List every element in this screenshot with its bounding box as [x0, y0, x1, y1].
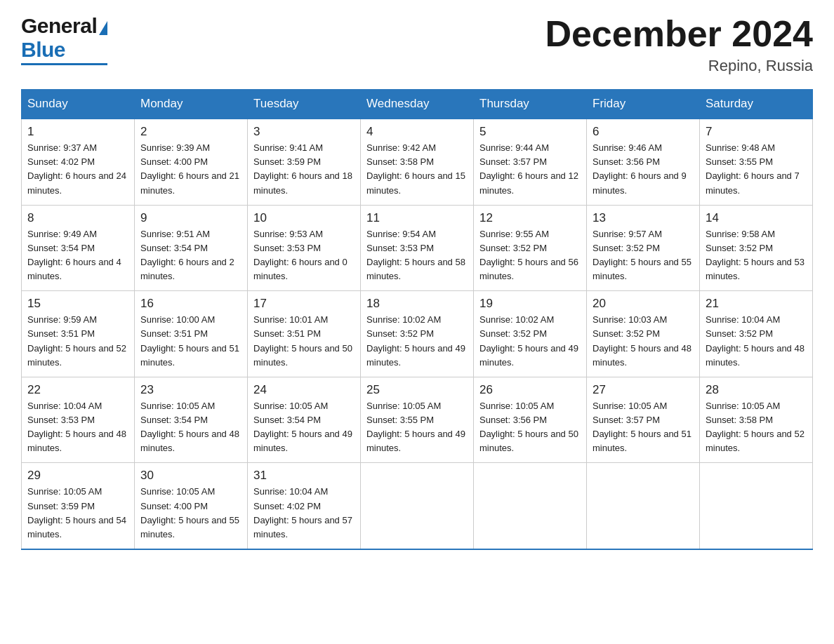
- table-row: [700, 463, 813, 549]
- day-number: 14: [706, 211, 807, 225]
- day-number: 2: [140, 125, 241, 139]
- day-number: 24: [253, 383, 355, 397]
- day-info: Sunrise: 10:05 AMSunset: 3:54 PMDaylight…: [253, 399, 355, 456]
- day-info: Sunrise: 9:58 AMSunset: 3:52 PMDaylight:…: [706, 227, 807, 284]
- day-number: 29: [27, 469, 128, 483]
- day-number: 9: [140, 211, 241, 225]
- day-info: Sunrise: 10:05 AMSunset: 3:56 PMDaylight…: [479, 399, 581, 456]
- day-number: 23: [140, 383, 241, 397]
- title-block: December 2024 Repino, Russia: [545, 14, 813, 75]
- day-number: 28: [706, 383, 807, 397]
- table-row: [474, 463, 587, 549]
- day-info: Sunrise: 9:42 AMSunset: 3:58 PMDaylight:…: [366, 141, 468, 198]
- day-number: 10: [253, 211, 355, 225]
- col-thursday: Thursday: [474, 90, 587, 119]
- calendar-week-row: 1 Sunrise: 9:37 AMSunset: 4:02 PMDayligh…: [22, 119, 813, 205]
- day-info: Sunrise: 10:04 AMSunset: 3:53 PMDaylight…: [27, 399, 128, 456]
- table-row: 31 Sunrise: 10:04 AMSunset: 4:02 PMDayli…: [248, 463, 361, 549]
- col-friday: Friday: [587, 90, 700, 119]
- table-row: 1 Sunrise: 9:37 AMSunset: 4:02 PMDayligh…: [22, 119, 135, 205]
- day-number: 11: [366, 211, 468, 225]
- calendar-week-row: 29 Sunrise: 10:05 AMSunset: 3:59 PMDayli…: [22, 463, 813, 549]
- day-number: 22: [27, 383, 128, 397]
- table-row: 30 Sunrise: 10:05 AMSunset: 4:00 PMDayli…: [135, 463, 248, 549]
- table-row: 3 Sunrise: 9:41 AMSunset: 3:59 PMDayligh…: [248, 119, 361, 205]
- day-number: 21: [706, 297, 807, 311]
- table-row: 28 Sunrise: 10:05 AMSunset: 3:58 PMDayli…: [700, 377, 813, 463]
- table-row: 7 Sunrise: 9:48 AMSunset: 3:55 PMDayligh…: [700, 119, 813, 205]
- day-number: 3: [253, 125, 355, 139]
- day-info: Sunrise: 10:05 AMSunset: 3:57 PMDaylight…: [593, 399, 694, 456]
- day-info: Sunrise: 9:41 AMSunset: 3:59 PMDaylight:…: [253, 141, 355, 198]
- day-info: Sunrise: 9:49 AMSunset: 3:54 PMDaylight:…: [27, 227, 128, 284]
- day-number: 31: [253, 469, 355, 483]
- day-info: Sunrise: 9:55 AMSunset: 3:52 PMDaylight:…: [479, 227, 581, 284]
- col-sunday: Sunday: [22, 90, 135, 119]
- table-row: 12 Sunrise: 9:55 AMSunset: 3:52 PMDaylig…: [474, 205, 587, 291]
- day-number: 13: [593, 211, 694, 225]
- table-row: 26 Sunrise: 10:05 AMSunset: 3:56 PMDayli…: [474, 377, 587, 463]
- table-row: 16 Sunrise: 10:00 AMSunset: 3:51 PMDayli…: [135, 291, 248, 377]
- day-number: 12: [479, 211, 581, 225]
- col-wednesday: Wednesday: [361, 90, 474, 119]
- day-number: 6: [593, 125, 694, 139]
- day-number: 4: [366, 125, 468, 139]
- calendar-header-row: Sunday Monday Tuesday Wednesday Thursday…: [22, 90, 813, 119]
- day-number: 19: [479, 297, 581, 311]
- table-row: 5 Sunrise: 9:44 AMSunset: 3:57 PMDayligh…: [474, 119, 587, 205]
- table-row: 15 Sunrise: 9:59 AMSunset: 3:51 PMDaylig…: [22, 291, 135, 377]
- day-info: Sunrise: 10:02 AMSunset: 3:52 PMDaylight…: [479, 313, 581, 370]
- table-row: 21 Sunrise: 10:04 AMSunset: 3:52 PMDayli…: [700, 291, 813, 377]
- table-row: 20 Sunrise: 10:03 AMSunset: 3:52 PMDayli…: [587, 291, 700, 377]
- col-tuesday: Tuesday: [248, 90, 361, 119]
- logo: General Blue: [21, 14, 107, 65]
- day-info: Sunrise: 9:57 AMSunset: 3:52 PMDaylight:…: [593, 227, 694, 284]
- month-year-title: December 2024: [545, 14, 813, 54]
- table-row: 27 Sunrise: 10:05 AMSunset: 3:57 PMDayli…: [587, 377, 700, 463]
- table-row: 4 Sunrise: 9:42 AMSunset: 3:58 PMDayligh…: [361, 119, 474, 205]
- day-info: Sunrise: 9:46 AMSunset: 3:56 PMDaylight:…: [593, 141, 694, 198]
- table-row: 29 Sunrise: 10:05 AMSunset: 3:59 PMDayli…: [22, 463, 135, 549]
- day-info: Sunrise: 10:01 AMSunset: 3:51 PMDaylight…: [253, 313, 355, 370]
- day-info: Sunrise: 9:53 AMSunset: 3:53 PMDaylight:…: [253, 227, 355, 284]
- day-info: Sunrise: 10:03 AMSunset: 3:52 PMDaylight…: [593, 313, 694, 370]
- calendar-week-row: 22 Sunrise: 10:04 AMSunset: 3:53 PMDayli…: [22, 377, 813, 463]
- calendar-week-row: 8 Sunrise: 9:49 AMSunset: 3:54 PMDayligh…: [22, 205, 813, 291]
- day-info: Sunrise: 10:05 AMSunset: 3:59 PMDaylight…: [27, 485, 128, 542]
- day-info: Sunrise: 10:04 AMSunset: 4:02 PMDaylight…: [253, 485, 355, 542]
- day-info: Sunrise: 9:37 AMSunset: 4:02 PMDaylight:…: [27, 141, 128, 198]
- table-row: [587, 463, 700, 549]
- day-number: 8: [27, 211, 128, 225]
- table-row: 18 Sunrise: 10:02 AMSunset: 3:52 PMDayli…: [361, 291, 474, 377]
- day-number: 16: [140, 297, 241, 311]
- day-info: Sunrise: 10:05 AMSunset: 3:54 PMDaylight…: [140, 399, 241, 456]
- day-number: 26: [479, 383, 581, 397]
- day-info: Sunrise: 10:04 AMSunset: 3:52 PMDaylight…: [706, 313, 807, 370]
- page-header: General Blue December 2024 Repino, Russi…: [21, 14, 813, 75]
- table-row: 11 Sunrise: 9:54 AMSunset: 3:53 PMDaylig…: [361, 205, 474, 291]
- day-number: 1: [27, 125, 128, 139]
- day-number: 7: [706, 125, 807, 139]
- day-info: Sunrise: 10:00 AMSunset: 3:51 PMDaylight…: [140, 313, 241, 370]
- logo-blue-text: Blue: [21, 38, 65, 62]
- table-row: 19 Sunrise: 10:02 AMSunset: 3:52 PMDayli…: [474, 291, 587, 377]
- day-info: Sunrise: 9:59 AMSunset: 3:51 PMDaylight:…: [27, 313, 128, 370]
- day-number: 15: [27, 297, 128, 311]
- day-info: Sunrise: 9:48 AMSunset: 3:55 PMDaylight:…: [706, 141, 807, 198]
- calendar-table: Sunday Monday Tuesday Wednesday Thursday…: [21, 89, 813, 550]
- table-row: 10 Sunrise: 9:53 AMSunset: 3:53 PMDaylig…: [248, 205, 361, 291]
- table-row: 9 Sunrise: 9:51 AMSunset: 3:54 PMDayligh…: [135, 205, 248, 291]
- day-info: Sunrise: 10:05 AMSunset: 3:55 PMDaylight…: [366, 399, 468, 456]
- day-number: 30: [140, 469, 241, 483]
- table-row: 8 Sunrise: 9:49 AMSunset: 3:54 PMDayligh…: [22, 205, 135, 291]
- table-row: 24 Sunrise: 10:05 AMSunset: 3:54 PMDayli…: [248, 377, 361, 463]
- day-info: Sunrise: 9:39 AMSunset: 4:00 PMDaylight:…: [140, 141, 241, 198]
- table-row: 14 Sunrise: 9:58 AMSunset: 3:52 PMDaylig…: [700, 205, 813, 291]
- day-number: 5: [479, 125, 581, 139]
- table-row: 25 Sunrise: 10:05 AMSunset: 3:55 PMDayli…: [361, 377, 474, 463]
- day-number: 17: [253, 297, 355, 311]
- location-subtitle: Repino, Russia: [545, 57, 813, 75]
- col-monday: Monday: [135, 90, 248, 119]
- day-number: 20: [593, 297, 694, 311]
- table-row: 17 Sunrise: 10:01 AMSunset: 3:51 PMDayli…: [248, 291, 361, 377]
